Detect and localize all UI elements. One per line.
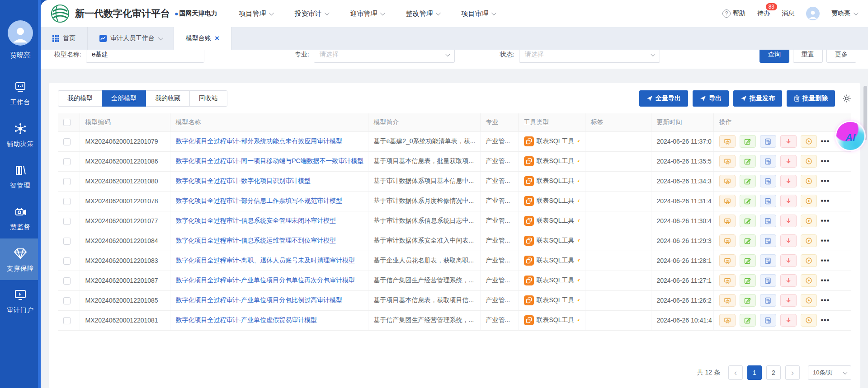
batch-delete-button[interactable]: 批量删除 bbox=[787, 90, 835, 107]
edit-button[interactable] bbox=[740, 155, 756, 168]
sidebar-user[interactable]: 贾晓亮 bbox=[0, 0, 41, 60]
edit-button[interactable] bbox=[740, 135, 756, 148]
row-checkbox[interactable] bbox=[63, 138, 71, 145]
model-name-link[interactable]: 数字化项目全过程审计-离职、退休人员账号未及时清理审计模型 bbox=[176, 257, 355, 264]
column-settings-button[interactable] bbox=[842, 94, 851, 103]
model-name-link[interactable]: 数字化项目全过程审计-产业单位项目分包单位再次分包审计模型 bbox=[176, 276, 355, 284]
more-actions-button[interactable]: ••• bbox=[821, 296, 830, 304]
nav-item-project-mgmt[interactable]: 项目管理 bbox=[239, 9, 273, 18]
export-button[interactable]: 导出 bbox=[693, 90, 729, 107]
nav-item-investment-audit[interactable]: 投资审计 bbox=[294, 9, 328, 18]
model-name-input[interactable]: e基建 bbox=[86, 50, 204, 63]
run-button[interactable] bbox=[801, 155, 817, 168]
more-button[interactable]: 更多 bbox=[826, 50, 856, 63]
detail-button[interactable] bbox=[760, 175, 776, 187]
tab-all-models[interactable]: 全部模型 bbox=[102, 90, 146, 107]
row-checkbox[interactable] bbox=[63, 257, 71, 265]
preview-button[interactable] bbox=[719, 215, 736, 227]
download-button[interactable] bbox=[780, 274, 797, 287]
more-actions-button[interactable]: ••• bbox=[821, 157, 830, 165]
preview-button[interactable] bbox=[719, 175, 736, 187]
download-button[interactable] bbox=[780, 215, 797, 227]
edit-button[interactable] bbox=[740, 195, 756, 207]
detail-button[interactable] bbox=[760, 274, 776, 287]
preview-button[interactable] bbox=[719, 274, 736, 287]
sidebar-item-support[interactable]: 支撑保障 bbox=[0, 238, 41, 280]
model-name-link[interactable]: 数字化项目全过程审计-部分信息工作票填写不规范审计模型 bbox=[176, 197, 343, 204]
preview-button[interactable] bbox=[719, 155, 736, 168]
edit-button[interactable] bbox=[740, 274, 756, 287]
preview-button[interactable] bbox=[719, 254, 736, 267]
tab-workbench[interactable]: 审计人员工作台 bbox=[88, 27, 174, 50]
select-all-checkbox[interactable] bbox=[63, 119, 71, 126]
model-name-link[interactable]: 数字化项目全过程审计-数字化项目识别审计模型 bbox=[176, 177, 311, 184]
detail-button[interactable] bbox=[760, 254, 776, 267]
scrollbar-thumb[interactable] bbox=[863, 86, 867, 140]
row-checkbox[interactable] bbox=[63, 158, 71, 165]
run-button[interactable] bbox=[801, 175, 817, 187]
ai-assistant-button[interactable]: AI bbox=[836, 122, 864, 150]
nav-item-audit-reception[interactable]: 迎审管理 bbox=[350, 9, 384, 18]
model-name-link[interactable]: 数字化项目全过程审计-产业单位项目分包比例过高审计模型 bbox=[176, 296, 343, 304]
next-page-button[interactable]: › bbox=[785, 365, 800, 380]
edit-button[interactable] bbox=[740, 175, 756, 187]
sidebar-item-supervision[interactable]: 慧监督 bbox=[0, 197, 41, 238]
preview-button[interactable] bbox=[719, 135, 736, 148]
nav-item-project-review[interactable]: 项目审理 bbox=[461, 9, 495, 18]
preview-button[interactable] bbox=[719, 314, 736, 327]
user-menu[interactable]: 贾晓亮 bbox=[831, 9, 857, 18]
download-button[interactable] bbox=[780, 294, 797, 307]
more-actions-button[interactable]: ••• bbox=[821, 137, 830, 145]
search-button[interactable]: 查询 bbox=[760, 50, 789, 63]
preview-button[interactable] bbox=[719, 195, 736, 207]
todo-button[interactable]: 待办83 bbox=[757, 9, 770, 18]
more-actions-button[interactable]: ••• bbox=[821, 177, 830, 185]
detail-button[interactable] bbox=[760, 155, 776, 168]
run-button[interactable] bbox=[801, 215, 817, 227]
sidebar-item-management[interactable]: 智管理 bbox=[0, 155, 41, 197]
detail-button[interactable] bbox=[760, 135, 776, 148]
more-actions-button[interactable]: ••• bbox=[821, 316, 830, 324]
row-checkbox[interactable] bbox=[63, 178, 71, 185]
detail-button[interactable] bbox=[760, 314, 776, 327]
export-all-button[interactable]: 全量导出 bbox=[639, 90, 688, 107]
run-button[interactable] bbox=[801, 234, 817, 247]
help-button[interactable]: ?帮助 bbox=[722, 9, 745, 18]
run-button[interactable] bbox=[801, 135, 817, 148]
row-checkbox[interactable] bbox=[63, 198, 71, 205]
run-button[interactable] bbox=[801, 294, 817, 307]
model-name-link[interactable]: 数字化项目全过程审计-信息系统安全管理未闭环审计模型 bbox=[176, 217, 336, 224]
detail-button[interactable] bbox=[760, 234, 776, 247]
more-actions-button[interactable]: ••• bbox=[821, 276, 830, 285]
more-actions-button[interactable]: ••• bbox=[821, 217, 830, 225]
edit-button[interactable] bbox=[740, 314, 756, 327]
download-button[interactable] bbox=[780, 195, 797, 207]
model-name-link[interactable]: 数字化项目全过程审计-同一项目移动端与PC端数据不一致审计模型 bbox=[176, 157, 364, 164]
row-checkbox[interactable] bbox=[63, 218, 71, 225]
tab-home[interactable]: 首页 bbox=[41, 27, 88, 50]
sidebar-item-workbench[interactable]: 工作台 bbox=[0, 72, 41, 114]
model-name-link[interactable]: 数字化项目全过程审计-产业单位虚假贸易审计模型 bbox=[176, 316, 317, 323]
edit-button[interactable] bbox=[740, 294, 756, 307]
more-actions-button[interactable]: ••• bbox=[821, 237, 830, 245]
run-button[interactable] bbox=[801, 274, 817, 287]
download-button[interactable] bbox=[780, 314, 797, 327]
model-name-link[interactable]: 数字化项目全过程审计-信息系统运维管理不到位审计模型 bbox=[176, 237, 336, 244]
tab-recycle-bin[interactable]: 回收站 bbox=[189, 90, 227, 107]
row-checkbox[interactable] bbox=[63, 238, 71, 245]
page-button-1[interactable]: 1 bbox=[747, 365, 762, 380]
message-button[interactable]: 消息 bbox=[782, 9, 794, 18]
status-select[interactable]: 请选择 bbox=[519, 50, 660, 63]
reset-button[interactable]: 重置 bbox=[793, 50, 823, 63]
page-button-2[interactable]: 2 bbox=[766, 365, 781, 380]
close-icon[interactable]: × bbox=[215, 34, 219, 43]
detail-button[interactable] bbox=[760, 294, 776, 307]
detail-button[interactable] bbox=[760, 215, 776, 227]
more-actions-button[interactable]: ••• bbox=[821, 257, 830, 265]
edit-button[interactable] bbox=[740, 254, 756, 267]
run-button[interactable] bbox=[801, 195, 817, 207]
tab-my-models[interactable]: 我的模型 bbox=[58, 90, 102, 107]
download-button[interactable] bbox=[780, 155, 797, 168]
preview-button[interactable] bbox=[719, 234, 736, 247]
edit-button[interactable] bbox=[740, 234, 756, 247]
